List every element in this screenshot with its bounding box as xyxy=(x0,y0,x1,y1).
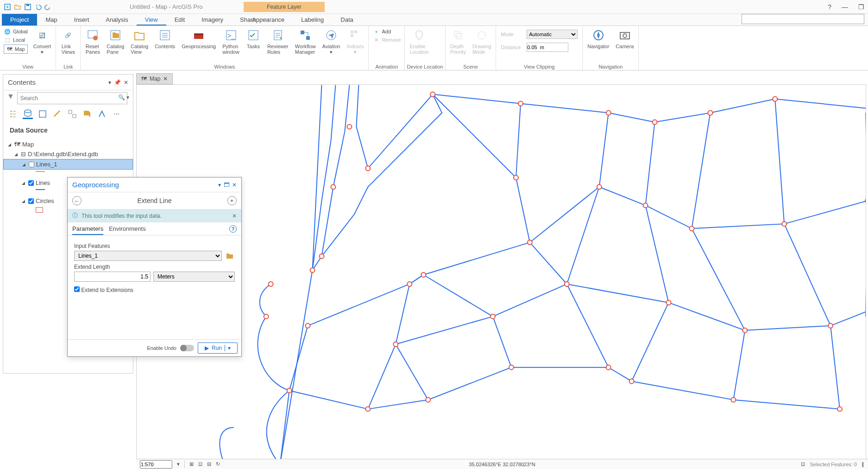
input-features-select[interactable]: Lines_1 xyxy=(74,251,222,261)
clipping-mode-select[interactable]: Automatic xyxy=(527,30,578,39)
scale-input[interactable] xyxy=(140,460,172,469)
help-icon[interactable]: ? xyxy=(229,225,237,233)
undo-icon[interactable] xyxy=(34,3,42,11)
contents-button[interactable]: Contents xyxy=(152,27,178,50)
local-icon: ⬚ xyxy=(4,36,11,44)
dismiss-info-icon[interactable]: ✕ xyxy=(232,213,237,219)
tab-map[interactable]: Map xyxy=(37,14,65,25)
sb-icon[interactable]: ‖ xyxy=(862,461,864,467)
tab-labeling[interactable]: Labeling xyxy=(293,14,332,25)
link-views-button[interactable]: 🔗Link Views xyxy=(58,27,78,56)
add-button[interactable]: ＋ xyxy=(227,196,237,205)
extend-to-extensions-checkbox[interactable]: Extend to Extensions xyxy=(74,287,133,293)
tree-gdb[interactable]: ◢⊟D:\Extend.gdb\Extend.gdb xyxy=(3,149,133,159)
help-icon[interactable]: ? xyxy=(828,3,831,11)
list-by-selection-icon[interactable] xyxy=(38,109,48,119)
map-view-button[interactable]: 🗺Map xyxy=(4,44,28,54)
minimize-icon[interactable]: — xyxy=(842,3,848,11)
catalog-view-button[interactable]: Catalog View xyxy=(128,27,151,56)
layer-visibility-checkbox[interactable] xyxy=(29,162,34,167)
redo-icon[interactable] xyxy=(44,3,52,11)
clipping-distance-input[interactable] xyxy=(527,43,568,52)
tab-imagery[interactable]: Imagery xyxy=(193,14,232,25)
convert-button[interactable]: 🔄Convert▾ xyxy=(31,27,54,56)
info-icon: ⓘ xyxy=(72,212,78,220)
tab-environments[interactable]: Environments xyxy=(109,225,145,235)
python-button[interactable]: >_Python window xyxy=(220,27,242,56)
list-by-source-icon[interactable] xyxy=(23,109,33,119)
open-project-icon[interactable] xyxy=(14,3,21,11)
list-by-labeling-icon[interactable] xyxy=(82,109,92,119)
symbol-swatch[interactable] xyxy=(36,171,45,172)
tab-data[interactable]: Data xyxy=(332,14,361,25)
catalog-pane-button[interactable]: Catalog Pane xyxy=(104,27,127,56)
add-animation-button[interactable]: ＋Add xyxy=(372,28,401,35)
tree-layer-lines1[interactable]: ◢Lines_1 xyxy=(3,159,133,170)
list-by-snapping-icon[interactable] xyxy=(67,109,77,119)
tasks-button[interactable]: Tasks xyxy=(243,27,264,50)
global-view-button[interactable]: 🌐Global xyxy=(4,28,28,35)
sb-icon[interactable]: ⊡ xyxy=(198,461,202,467)
close-icon[interactable]: ✕ xyxy=(124,79,128,86)
tab-view[interactable]: View xyxy=(137,14,166,25)
reset-panes-button[interactable]: Reset Panes xyxy=(82,27,103,56)
indoors-button[interactable]: Indoors▾ xyxy=(344,27,367,56)
extend-length-unit-select[interactable]: Meters xyxy=(153,272,235,282)
sb-icon[interactable]: ⊟ xyxy=(207,461,211,467)
tab-appearance[interactable]: Appearance xyxy=(244,14,293,25)
enable-location-button[interactable]: Enable Location xyxy=(407,27,432,56)
symbol-swatch[interactable] xyxy=(36,207,43,213)
layer-visibility-checkbox[interactable] xyxy=(28,198,34,204)
more-icon[interactable]: ⋯ xyxy=(112,109,122,119)
sb-icon[interactable]: ⊞ xyxy=(189,461,194,467)
data-source-label: Data Source xyxy=(3,123,133,138)
global-search[interactable] xyxy=(742,14,864,24)
list-by-perceptual-icon[interactable] xyxy=(97,109,107,119)
reviewer-button[interactable]: Reviewer Rules xyxy=(264,27,291,56)
tab-insert[interactable]: Insert xyxy=(66,14,98,25)
drawing-mode-button: Drawing Mode xyxy=(470,27,494,56)
back-button[interactable]: ← xyxy=(72,196,82,205)
menu-icon[interactable]: ▾ xyxy=(218,182,221,188)
restore-icon[interactable]: 🗖 xyxy=(224,182,229,188)
add-icon: ＋ xyxy=(372,28,380,35)
list-by-drawing-icon[interactable] xyxy=(8,109,18,119)
save-icon[interactable] xyxy=(24,3,31,11)
pin-icon[interactable]: 📌 xyxy=(114,79,121,86)
list-by-editing-icon[interactable] xyxy=(52,109,63,119)
new-project-icon[interactable] xyxy=(4,3,11,11)
layer-visibility-checkbox[interactable] xyxy=(28,180,34,186)
contents-search-input[interactable] xyxy=(17,92,127,104)
close-tab-icon[interactable]: ✕ xyxy=(163,76,168,82)
map-canvas[interactable] xyxy=(136,84,866,460)
filter-icon[interactable]: ▼ xyxy=(7,92,14,104)
tree-map[interactable]: ◢🗺Map xyxy=(3,139,133,149)
run-button[interactable]: ▶Run▾ xyxy=(198,342,238,354)
tab-parameters[interactable]: Parameters xyxy=(72,225,103,235)
local-view-button[interactable]: ⬚Local xyxy=(4,36,28,44)
navigator-button[interactable]: Navigator xyxy=(585,27,612,50)
maximize-icon[interactable]: ❐ xyxy=(858,3,864,11)
svg-rect-2 xyxy=(26,4,29,6)
browse-folder-icon[interactable] xyxy=(225,251,235,261)
map-view-tab[interactable]: 🗺Map✕ xyxy=(136,73,173,84)
aviation-button[interactable]: Aviation▾ xyxy=(320,27,343,56)
svg-point-25 xyxy=(25,110,31,113)
python-icon: >_ xyxy=(224,28,239,43)
sb-icon[interactable]: ↻ xyxy=(216,461,220,467)
search-icon[interactable]: 🔍 ▾ xyxy=(118,92,129,104)
symbol-swatch[interactable] xyxy=(36,189,45,190)
geoprocessing-button[interactable]: Geoprocessing xyxy=(179,27,219,50)
close-pane-icon[interactable]: ✕ xyxy=(232,182,237,188)
sb-icon[interactable]: ⊡ xyxy=(801,461,805,467)
camera-button[interactable]: Camera xyxy=(613,27,636,50)
menu-icon[interactable]: ▾ xyxy=(108,79,111,86)
tab-analysis[interactable]: Analysis xyxy=(97,14,136,25)
tab-project[interactable]: Project xyxy=(2,14,37,25)
workflow-button[interactable]: Workflow Manager xyxy=(292,27,319,56)
svg-rect-14 xyxy=(306,36,310,40)
convert-icon: 🔄 xyxy=(35,28,50,43)
extend-length-input[interactable] xyxy=(74,272,151,282)
enable-undo-toggle[interactable] xyxy=(180,345,194,351)
tab-edit[interactable]: Edit xyxy=(166,14,193,25)
